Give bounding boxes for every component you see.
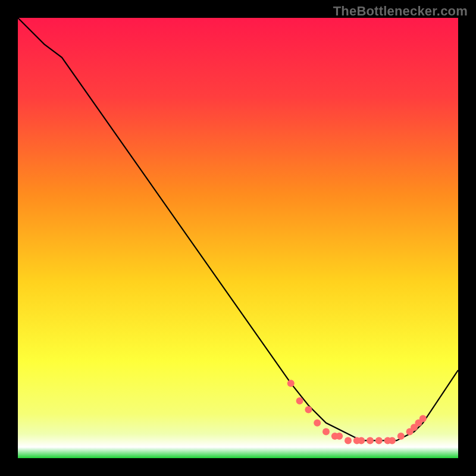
curve-marker — [367, 437, 374, 444]
curve-marker — [287, 380, 295, 387]
curve-marker — [322, 428, 330, 436]
curve-marker — [305, 406, 312, 414]
curve-marker — [358, 437, 365, 444]
curve-marker — [345, 437, 352, 444]
curve-marker — [389, 437, 396, 444]
chart-svg — [18, 18, 458, 458]
plot-area — [18, 18, 458, 458]
chart-frame: TheBottlenecker.com — [0, 0, 476, 476]
gradient-background — [18, 18, 458, 458]
curve-marker — [314, 419, 321, 427]
curve-marker — [336, 433, 343, 440]
attribution-label: TheBottlenecker.com — [333, 4, 468, 19]
curve-marker — [375, 437, 383, 444]
curve-marker — [296, 397, 303, 405]
curve-marker — [397, 433, 405, 440]
curve-marker — [419, 415, 427, 422]
